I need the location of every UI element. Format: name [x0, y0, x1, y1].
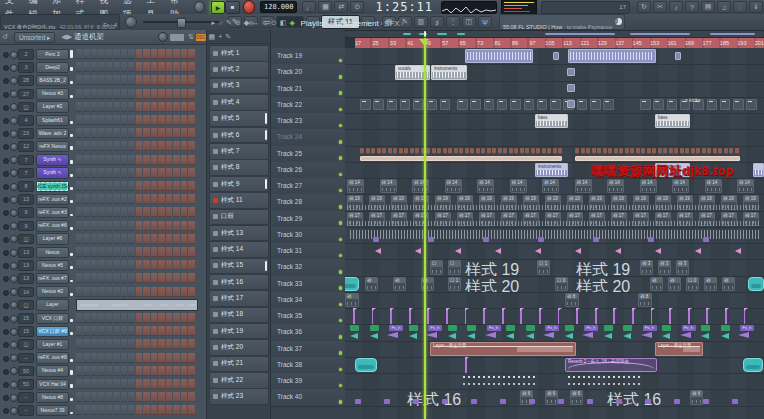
- playlist-clip-lavlab[interactable]: instruments: [535, 163, 568, 177]
- automation-tag-green[interactable]: [526, 325, 535, 331]
- channel-number[interactable]: 15: [18, 313, 34, 324]
- playlist-options-icon[interactable]: ◈: [290, 19, 295, 27]
- track-header[interactable]: Track 26: [271, 162, 345, 179]
- playlist-clip-spike[interactable]: [651, 308, 653, 324]
- playlist-clip-kick[interactable]: [640, 99, 651, 110]
- playlist-clip-red[interactable]: [669, 148, 673, 154]
- playlist-clip-wavestrip[interactable]: [347, 205, 761, 211]
- channel-number[interactable]: 4: [18, 115, 34, 126]
- channel-button[interactable]: reFX .xus #3: [36, 207, 69, 219]
- step-sequencer-row[interactable]: [76, 405, 196, 414]
- channel-pan-knob[interactable]: [10, 103, 18, 111]
- playlist-clip-pat[interactable]: 口 1: [448, 277, 461, 291]
- channel-number[interactable]: 12: [18, 141, 34, 152]
- playlist-clip-kick[interactable]: [524, 99, 535, 110]
- playlist-clip-kick[interactable]: [484, 99, 495, 110]
- timeline-ruler[interactable]: 1725334149576573818997105113121129137145…: [345, 38, 764, 48]
- playlist-clip-teal[interactable]: [345, 277, 359, 291]
- playlist-clip-red[interactable]: [443, 148, 447, 154]
- track-header[interactable]: Track 31: [271, 243, 345, 260]
- playlist-clip-spike[interactable]: [688, 308, 690, 324]
- track-header[interactable]: Track 24: [271, 129, 345, 146]
- playlist-clip-red[interactable]: [459, 148, 463, 154]
- playlist-clip-miniV[interactable]: [538, 237, 544, 242]
- playlist-clip-miniV[interactable]: [529, 399, 535, 404]
- playlist-clip-red[interactable]: [476, 148, 480, 154]
- playlist-clip-miniB[interactable]: [553, 52, 559, 60]
- playlist-clip-dots[interactable]: [568, 376, 640, 385]
- channel-pan-knob[interactable]: [10, 130, 18, 138]
- playlist-lane[interactable]: [345, 48, 764, 65]
- bpm-display[interactable]: 128.000: [260, 1, 298, 13]
- channel-number[interactable]: 7: [18, 168, 34, 179]
- step-sequencer-row[interactable]: [76, 379, 196, 388]
- swing-knob[interactable]: [158, 32, 168, 42]
- playlist-clip-kick[interactable]: [440, 99, 451, 110]
- playlist-lane[interactable]: 样 17样 17样 17样 17样 17样 17样 17样 17样 17样 17…: [345, 211, 764, 228]
- playlist-clip-red[interactable]: [685, 148, 689, 154]
- channel-pan-knob[interactable]: [10, 288, 18, 296]
- playlist-clip-miniV[interactable]: [703, 399, 709, 404]
- playlist-clip-miniV[interactable]: [558, 399, 564, 404]
- playlist-clip-spike[interactable]: [465, 308, 467, 324]
- playlist-clip-pat[interactable]: 样 3: [640, 260, 653, 274]
- playlist-clip-red[interactable]: [415, 148, 419, 154]
- playlist-clip-red[interactable]: [536, 148, 540, 154]
- channel-button[interactable]: VCX 口鼓: [36, 313, 69, 325]
- channel-button[interactable]: Splash61: [36, 115, 69, 127]
- channel-pan-knob[interactable]: [10, 381, 18, 389]
- channel-number[interactable]: 15: [18, 326, 34, 337]
- channel-button[interactable]: Nexus #8: [36, 392, 69, 404]
- channel-button[interactable]: BASS 2B_2: [36, 75, 69, 87]
- playlist-clip-kick[interactable]: [537, 99, 548, 110]
- channel-button[interactable]: Nexus #3: [36, 88, 69, 100]
- playlist-lane[interactable]: [345, 81, 764, 98]
- swing-slider[interactable]: [170, 34, 184, 41]
- channel-mute-led[interactable]: [3, 144, 9, 150]
- channel-button[interactable]: VCX Hat 04: [36, 379, 69, 391]
- playlist-clip-red[interactable]: [437, 148, 441, 154]
- playlist-clip-pat[interactable]: 样 14: [705, 179, 722, 193]
- channel-pan-knob[interactable]: [10, 143, 18, 151]
- channel-button[interactable]: Layer #2: [36, 101, 69, 113]
- channel-button[interactable]: VCX 口鼓 #9: [36, 326, 69, 338]
- playlist-clip-red[interactable]: [465, 148, 469, 154]
- playlist-clip-pat[interactable]: 样 6: [545, 390, 558, 404]
- playlist-clip-miniB[interactable]: [567, 100, 575, 108]
- stop-button[interactable]: ■: [225, 1, 240, 14]
- automation-tag-green[interactable]: [467, 325, 476, 331]
- step-sequencer-row[interactable]: [76, 353, 196, 362]
- playlist-clip-red[interactable]: [377, 148, 381, 154]
- playlist-clip-tri[interactable]: [575, 248, 581, 254]
- step-sequencer-row[interactable]: [76, 207, 196, 216]
- playlist-clip-red[interactable]: [630, 148, 634, 154]
- channel-pan-knob[interactable]: [10, 301, 18, 309]
- automation-tag-green[interactable]: [370, 325, 379, 331]
- undo-icon[interactable]: ↺: [2, 33, 8, 41]
- channel-number[interactable]: 13: [18, 273, 34, 284]
- channel-mute-led[interactable]: [3, 197, 9, 203]
- playlist-lane[interactable]: 样式 16样 6样 6样 6样式 16样 6: [345, 389, 764, 406]
- playlist-clip-patwave[interactable]: 样式 20: [576, 277, 644, 291]
- track-header[interactable]: Track 23: [271, 113, 345, 130]
- playlist-clip-red[interactable]: [586, 148, 590, 154]
- playlist-clip-spike[interactable]: [632, 308, 634, 324]
- playlist-lane[interactable]: 样 14样 14样 14样 14样 14样 14样 14样 14样 14样 14…: [345, 178, 764, 195]
- playlist-clip-autoV[interactable]: Reverb 2 - 插入, 18 - 干湿混合: [565, 358, 657, 372]
- playlist-clip-miniV[interactable]: [593, 237, 599, 242]
- playlist-clip-kick[interactable]: [667, 99, 678, 110]
- playlist-clip-miniV[interactable]: [384, 399, 390, 404]
- automation-tag-green[interactable]: [565, 325, 574, 331]
- step-sequencer-row[interactable]: [76, 366, 196, 375]
- step-sequencer-row[interactable]: [76, 128, 196, 137]
- playlist-clip-red[interactable]: [410, 148, 414, 154]
- playlist-clip-miniV[interactable]: [373, 237, 379, 242]
- pattern-item[interactable]: 样式 18: [209, 307, 269, 324]
- playlist-clip-kick[interactable]: [400, 99, 411, 110]
- playlist-clip-pat[interactable]: 口 0: [686, 277, 699, 291]
- channel-filter-button[interactable]: Unsorted ▸: [14, 32, 55, 43]
- channel-mute-led[interactable]: [3, 276, 9, 282]
- playlist-clip-kick[interactable]: [590, 99, 601, 110]
- stretch-tool-icon[interactable]: ↔: [252, 19, 259, 27]
- playback-tool-icon[interactable]: ◧: [280, 19, 287, 27]
